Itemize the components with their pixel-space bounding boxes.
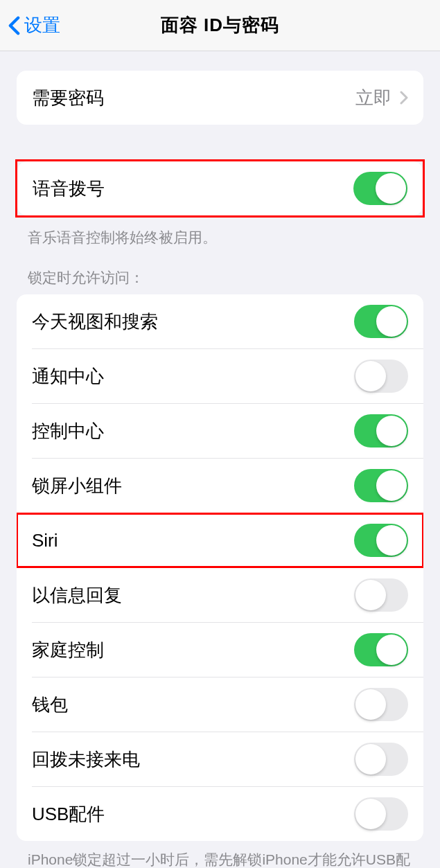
toggle-knob xyxy=(376,470,407,501)
lock-access-row: 回拨未接来电 xyxy=(17,732,423,786)
lock-access-toggle[interactable] xyxy=(354,360,408,393)
require-passcode-value: 立即 xyxy=(355,86,391,110)
lock-access-row: Siri xyxy=(17,513,423,567)
lock-access-row: 通知中心 xyxy=(17,349,423,403)
lock-access-row: 钱包 xyxy=(17,677,423,732)
toggle-knob xyxy=(355,744,386,774)
toggle-knob xyxy=(355,361,386,391)
voice-dial-label: 语音拨号 xyxy=(33,177,105,201)
toggle-knob xyxy=(376,635,407,665)
toggle-knob xyxy=(355,799,386,829)
voice-dial-toggle[interactable] xyxy=(353,172,407,205)
lock-access-label: 家庭控制 xyxy=(32,638,104,662)
toggle-knob xyxy=(376,173,406,204)
lock-access-label: 通知中心 xyxy=(32,364,104,389)
toggle-knob xyxy=(376,416,407,446)
lock-access-footer: iPhone锁定超过一小时后，需先解锁iPhone才能允许USB配件连接。 xyxy=(0,841,440,868)
back-button[interactable]: 设置 xyxy=(0,13,60,37)
lock-access-group: 今天视图和搜索通知中心控制中心锁屏小组件Siri以信息回复家庭控制钱包回拨未接来… xyxy=(17,294,423,841)
require-passcode-group: 需要密码 立即 xyxy=(17,71,423,125)
lock-access-toggle[interactable] xyxy=(354,469,408,502)
lock-access-header: 锁定时允许访问： xyxy=(0,247,440,294)
lock-access-label: USB配件 xyxy=(32,802,105,826)
lock-access-label: 钱包 xyxy=(32,693,68,717)
lock-access-toggle[interactable] xyxy=(354,524,408,557)
lock-access-toggle[interactable] xyxy=(354,797,408,831)
navigation-bar: 设置 面容 ID与密码 xyxy=(0,0,440,51)
toggle-knob xyxy=(376,306,407,337)
page-title: 面容 ID与密码 xyxy=(161,13,279,37)
require-passcode-row[interactable]: 需要密码 立即 xyxy=(17,71,423,125)
lock-access-toggle[interactable] xyxy=(354,688,408,721)
chevron-right-icon xyxy=(400,91,408,105)
content-area: 需要密码 立即 语音拨号 音乐语音控制将始终被启用。 锁定时允许访问： 今天视图… xyxy=(0,51,440,868)
lock-access-label: Siri xyxy=(32,530,58,551)
chevron-left-icon xyxy=(8,15,20,36)
voice-dial-footer: 音乐语音控制将始终被启用。 xyxy=(0,219,440,247)
toggle-knob xyxy=(355,580,386,610)
lock-access-row: 以信息回复 xyxy=(17,568,423,622)
voice-dial-group: 语音拨号 xyxy=(17,161,423,215)
lock-access-toggle[interactable] xyxy=(354,578,408,612)
require-passcode-label: 需要密码 xyxy=(32,86,104,110)
lock-access-row: 控制中心 xyxy=(17,404,423,458)
lock-access-label: 回拨未接来电 xyxy=(32,747,140,772)
lock-access-toggle[interactable] xyxy=(354,414,408,448)
lock-access-row: 锁屏小组件 xyxy=(17,459,423,513)
voice-dial-row: 语音拨号 xyxy=(17,161,423,215)
lock-access-label: 锁屏小组件 xyxy=(32,474,122,498)
lock-access-label: 今天视图和搜索 xyxy=(32,310,158,334)
lock-access-label: 以信息回复 xyxy=(32,583,122,608)
back-label: 设置 xyxy=(24,13,60,37)
lock-access-row: 家庭控制 xyxy=(17,623,423,677)
lock-access-toggle[interactable] xyxy=(354,633,408,666)
lock-access-label: 控制中心 xyxy=(32,419,104,443)
lock-access-row: 今天视图和搜索 xyxy=(17,294,423,348)
lock-access-toggle[interactable] xyxy=(354,743,408,776)
toggle-knob xyxy=(376,525,407,556)
toggle-knob xyxy=(355,689,386,720)
lock-access-toggle[interactable] xyxy=(354,305,408,338)
voice-dial-highlight: 语音拨号 xyxy=(15,159,425,218)
lock-access-row: USB配件 xyxy=(17,787,423,841)
